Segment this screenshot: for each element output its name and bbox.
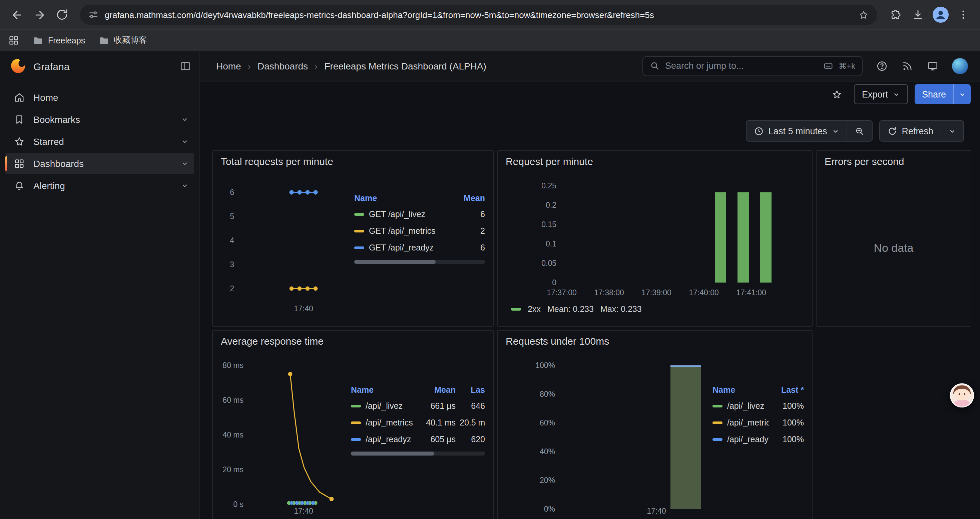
export-button[interactable]: Export (854, 84, 908, 104)
screen: Freeleaps 收藏博客 Grafana (0, 0, 980, 519)
svg-text:60%: 60% (540, 418, 555, 427)
panel-title[interactable]: Request per minute (506, 155, 593, 167)
panel-average-response-time: Average response time 80 ms60 ms40 ms20 … (212, 330, 494, 519)
bookmark-star-icon[interactable] (858, 9, 869, 21)
assistant-avatar[interactable] (949, 383, 975, 408)
legend-value: 620 (460, 434, 485, 444)
sidebar-item-starred[interactable]: Starred (5, 131, 194, 152)
svg-text:17:37:00: 17:37:00 (547, 288, 577, 297)
legend-series-label[interactable]: /api/_livez (351, 398, 417, 414)
panel-title[interactable]: Average response time (221, 335, 323, 347)
share-split-button: Share (915, 84, 970, 104)
svg-text:40%: 40% (540, 447, 555, 456)
legend-mean: Mean: 0.233 (547, 305, 594, 314)
legend-column-header[interactable]: Name (713, 383, 769, 398)
legend-series-label[interactable]: 2xx (528, 305, 541, 314)
reload-icon (56, 9, 68, 21)
downloads-icon[interactable] (908, 5, 928, 25)
sidebar-item-home[interactable]: Home (5, 87, 194, 108)
legend-column-header[interactable]: Mean (421, 383, 456, 398)
site-settings-icon[interactable] (88, 10, 99, 20)
chevron-down-icon[interactable] (181, 182, 189, 190)
browser-toolbar (0, 0, 980, 29)
series-color-dash (351, 421, 361, 424)
keyboard-icon (823, 61, 833, 71)
sidebar-item-bookmarks[interactable]: Bookmarks (5, 109, 194, 130)
legend-series-label[interactable]: GET /api/_livez (354, 206, 454, 222)
legend-scrollbar[interactable] (351, 452, 485, 455)
chevron-down-icon[interactable] (181, 137, 189, 145)
svg-text:17:39:00: 17:39:00 (641, 288, 671, 297)
legend-column-header[interactable]: Last * (773, 383, 804, 398)
rss-icon[interactable] (901, 60, 913, 72)
legend-value: 605 µs (421, 434, 456, 444)
legend-series-label[interactable]: GET /api/_metrics (354, 222, 454, 239)
zoom-out-icon (854, 126, 864, 136)
legend-value: 100% (773, 418, 804, 427)
legend-column-header[interactable]: Mean (458, 191, 485, 206)
series-color-dash (354, 246, 364, 249)
panel-title[interactable]: Total requests per minute (221, 155, 333, 167)
legend-scrollbar[interactable] (354, 260, 485, 264)
user-avatar[interactable] (952, 58, 968, 74)
panel-title[interactable]: Requests under 100ms (506, 335, 609, 347)
favorite-star-button[interactable] (827, 84, 847, 104)
reload-button[interactable] (52, 5, 72, 25)
sidebar-item-label: Alerting (33, 180, 65, 191)
legend-series-label[interactable]: GET /api/_readyz (354, 239, 454, 256)
legend-column-header[interactable]: Las (460, 383, 485, 398)
dashboards-icon (13, 158, 25, 170)
dock-menu-icon[interactable] (180, 60, 191, 72)
panel-title[interactable]: Errors per second (824, 155, 904, 167)
legend-series-label[interactable]: /api/_readyz (713, 431, 769, 447)
breadcrumb-dashboards[interactable]: Dashboards (258, 61, 308, 71)
sidebar-item-alerting[interactable]: Alerting (5, 175, 194, 196)
browser-menu-icon[interactable] (953, 5, 973, 25)
address-bar[interactable] (80, 5, 877, 25)
sidebar-item-dashboards[interactable]: Dashboards (5, 153, 194, 174)
svg-text:80 ms: 80 ms (223, 361, 243, 370)
brand-label: Grafana (33, 61, 69, 72)
breadcrumb: Home › Dashboards › Freeleaps Metrics Da… (216, 61, 486, 71)
grafana-logo[interactable] (10, 57, 27, 75)
refresh-interval-dropdown[interactable] (941, 121, 963, 141)
sidebar-item-label: Starred (33, 136, 64, 147)
chevron-down-icon[interactable] (181, 115, 189, 124)
extensions-icon[interactable] (885, 5, 905, 25)
svg-text:20 ms: 20 ms (223, 465, 243, 474)
share-button[interactable]: Share (915, 84, 953, 104)
zoom-out-button[interactable] (846, 121, 872, 141)
profile-avatar[interactable] (931, 5, 951, 25)
forward-button[interactable] (29, 5, 49, 25)
legend-column-header[interactable]: Name (354, 191, 454, 206)
legend-series-label[interactable]: /api/_metrics (713, 414, 769, 431)
time-range-picker[interactable]: Last 5 minutes (746, 121, 846, 141)
url-input[interactable] (105, 10, 852, 20)
series-color-dash (713, 438, 722, 441)
share-dropdown[interactable] (953, 84, 970, 104)
kiosk-monitor-icon[interactable] (927, 60, 939, 72)
bar-chart: 0.250.20.150.10.05017:37:0017:38:0017:39… (500, 171, 807, 302)
legend-series-label[interactable]: /api/_metrics (351, 414, 417, 431)
back-button[interactable] (7, 5, 27, 25)
refresh-button[interactable]: Refresh (880, 121, 941, 141)
star-icon (832, 88, 843, 100)
svg-text:100%: 100% (535, 361, 555, 370)
legend-max: Max: 0.233 (600, 305, 642, 314)
bookmark-folder-freeleaps[interactable]: Freeleaps (33, 35, 85, 46)
apps-grid-icon[interactable] (8, 35, 19, 46)
chevron-down-icon[interactable] (181, 160, 189, 168)
bookmarks-bar: Freeleaps 收藏博客 (0, 29, 980, 51)
legend-value: 100% (773, 434, 804, 444)
legend-series-label[interactable]: /api/_readyz (351, 431, 417, 447)
legend-value: 20.5 m (460, 418, 485, 427)
legend-series-label[interactable]: /api/_livez (713, 398, 769, 414)
bookmark-folder-blogs[interactable]: 收藏博客 (99, 35, 147, 46)
search-input[interactable]: ⌘+k (643, 56, 862, 76)
breadcrumb-home[interactable]: Home (216, 61, 241, 71)
page-header: Home › Dashboards › Freeleaps Metrics Da… (200, 51, 980, 81)
series-color-dash (511, 308, 521, 311)
legend-column-header[interactable]: Name (351, 383, 417, 398)
help-icon[interactable] (876, 60, 888, 72)
star-icon (13, 136, 25, 148)
